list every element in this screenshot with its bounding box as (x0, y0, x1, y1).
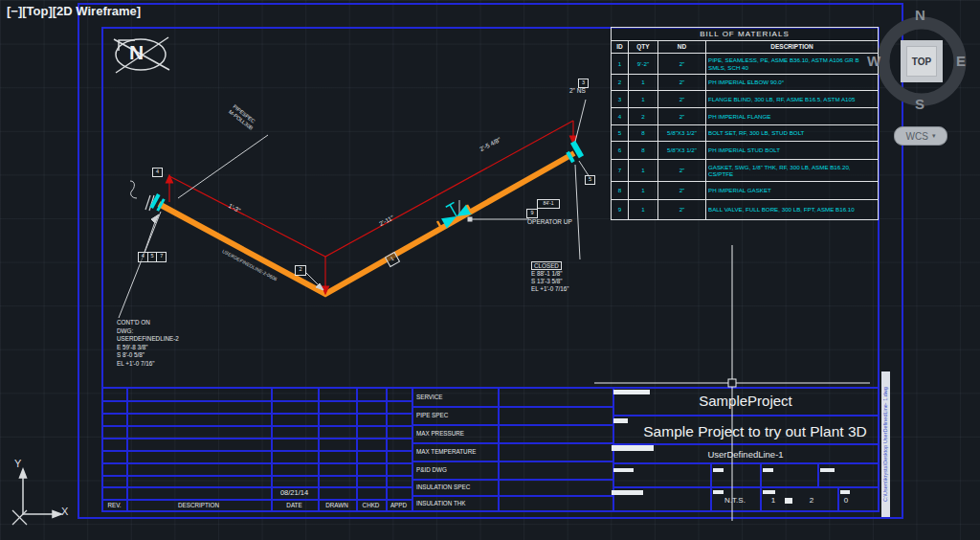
bom-cell: 5 (612, 125, 629, 141)
contd-south-coord: S 8'-0 5/8" (117, 351, 179, 360)
bom-cell: PH IMPERIAL GASKET (706, 182, 878, 199)
titleblock-line (102, 387, 879, 389)
viewcube-face-label: TOP (901, 40, 943, 82)
closed-label: CLOSED (531, 261, 562, 270)
item-tag: 5 (148, 253, 158, 261)
valve-elevation-tag[interactable]: 84'-1 (537, 199, 560, 209)
redacted-text-bar (713, 490, 724, 494)
item-tag-bolt[interactable]: 5 (585, 175, 595, 185)
contd-line2: DWG: (117, 327, 179, 336)
item-tag-elbow[interactable]: 2 (295, 265, 306, 276)
autocad-drawing-canvas: [−][Top][2D Wireframe] N BILL OF MATERIA… (0, 0, 980, 540)
titleblock-line (386, 387, 388, 511)
bom-cell: 1 (629, 75, 658, 90)
contd-line1: CONT'D ON (117, 319, 179, 327)
item-tag: 7 (157, 253, 166, 261)
viewcube-south[interactable]: S (915, 96, 924, 112)
bom-row: 312"FLANGE BLIND, 300 LB, RF, ASME B16.5… (612, 91, 878, 108)
titleblock-line (412, 442, 612, 444)
bom-cell: 1 (629, 182, 658, 199)
closed-south-coord: S 13'-3 5/8" (531, 278, 568, 285)
sheet-separator-mark (785, 498, 792, 504)
rev-header: REV. (102, 500, 126, 511)
max-pressure-field-label: MAX PRESSURE (416, 430, 464, 437)
bom-cell: 2" (658, 91, 706, 107)
bom-cell: 8 (629, 125, 658, 141)
sheet-number: 1 (766, 496, 781, 505)
pipe-size-label[interactable]: 2" NS (569, 87, 586, 94)
closed-elevation: EL +1'-0 7/16" (531, 285, 568, 293)
bill-of-materials-table[interactable]: BILL OF MATERIALS ID QTY ND DESCRIPTION … (611, 27, 879, 220)
bom-cell: 1 (612, 54, 629, 74)
redacted-text-bar (713, 468, 724, 472)
viewport-minimize-control[interactable]: [−] (7, 4, 22, 18)
titleblock-line (102, 486, 412, 488)
bom-cell: PIPE, SEAMLESS, PE, ASME B36.10, ASTM A1… (706, 54, 878, 74)
bom-cell: 2 (629, 108, 658, 124)
item-tag-flange[interactable]: 4 (152, 168, 163, 177)
titleblock-line (126, 387, 128, 511)
bom-cell: 8 (612, 182, 629, 199)
titleblock-line (356, 387, 358, 511)
bom-row: 585/8"X3 1/2"BOLT SET, RF, 300 LB, STUD … (612, 125, 878, 142)
redacted-text-bar (763, 468, 773, 472)
titleblock-line (817, 462, 819, 486)
bom-cell: FLANGE BLIND, 300 LB, RF, ASME B16.5, AS… (706, 91, 878, 107)
redacted-text-bar (613, 418, 628, 423)
bom-cell: 4 (612, 108, 629, 124)
viewport-view-control[interactable]: [Top] (22, 4, 53, 18)
appd-header: APPD (386, 500, 412, 511)
scale-value: N.T.S. (710, 496, 760, 505)
bom-title: BILL OF MATERIALS (612, 28, 878, 41)
chevron-down-icon: ▾ (932, 132, 936, 140)
bom-row: 422"PH IMPERIAL FLANGE (612, 108, 878, 125)
viewcube-east[interactable]: E (956, 53, 966, 69)
pipe-run[interactable] (159, 153, 574, 294)
contd-east-coord: E 59'-8 3/8" (117, 344, 179, 352)
viewport-visual-style-control[interactable]: [2D Wireframe] (53, 4, 141, 18)
bom-col-desc: DESCRIPTION (706, 41, 878, 53)
titleblock-line (102, 438, 412, 439)
bom-cell: 5/8"X3 1/2" (658, 125, 706, 141)
viewcube-west[interactable]: W (867, 53, 880, 69)
viewport-controls: [−][Top][2D Wireframe] (7, 4, 141, 18)
viewcube-face[interactable]: TOP (901, 40, 943, 82)
titleblock-line (102, 413, 412, 415)
bom-header-row: ID QTY ND DESCRIPTION (612, 41, 878, 54)
redacted-text-bar (820, 468, 835, 472)
titleblock-line (412, 461, 612, 462)
project-title: Sample Project to try out Plant 3D (632, 423, 879, 440)
annotation-leaders (119, 100, 590, 318)
bom-row: 685/8"X3 1/2"PH IMPERIAL STUD BOLT (612, 142, 878, 160)
bom-cell: 1 (629, 160, 658, 181)
bom-cell: 7 (612, 160, 629, 181)
operator-label[interactable]: OPERATOR UP (527, 218, 572, 225)
wcs-menu-button[interactable]: WCS ▾ (894, 126, 947, 146)
titleblock-line (760, 462, 762, 511)
titleblock-line (102, 450, 412, 452)
bom-cell: 9'-2" (629, 54, 658, 74)
insulation-spec-field-label: INSULATION SPEC (416, 484, 470, 490)
viewcube-north[interactable]: N (915, 7, 925, 23)
item-tag-group[interactable]: 4 5 7 (138, 252, 167, 262)
closed-end-annotation[interactable]: CLOSED E 88'-1 1/8" S 13'-3 5/8" EL +1'-… (531, 262, 568, 293)
titleblock-line (102, 425, 412, 427)
ucs-icon (12, 469, 61, 525)
bom-cell: 2" (658, 182, 706, 199)
titleblock-line (412, 495, 612, 497)
service-field-label: SERVICE (416, 394, 443, 400)
pipe-spec-field-label: PIPE SPEC (416, 412, 448, 418)
bom-cell: 3 (612, 91, 629, 107)
item-tag-valve[interactable]: 9 (526, 209, 538, 218)
titleblock-line (612, 462, 879, 464)
titleblock-line (412, 479, 612, 481)
titleblock-line (102, 462, 412, 464)
project-name: SampleProject (612, 393, 879, 409)
titleblock-line (612, 415, 879, 416)
bom-col-id: ID (612, 41, 629, 53)
continuation-annotation[interactable]: CONT'D ON DWG: USERDEFINEDLINE-2 E 59'-8… (117, 319, 179, 368)
bom-cell: PH IMPERIAL FLANGE (706, 108, 878, 124)
redacted-text-bar (612, 490, 643, 495)
bom-cell: 2" (658, 108, 706, 124)
pid-dwg-field-label: P&ID DWG (416, 466, 447, 473)
